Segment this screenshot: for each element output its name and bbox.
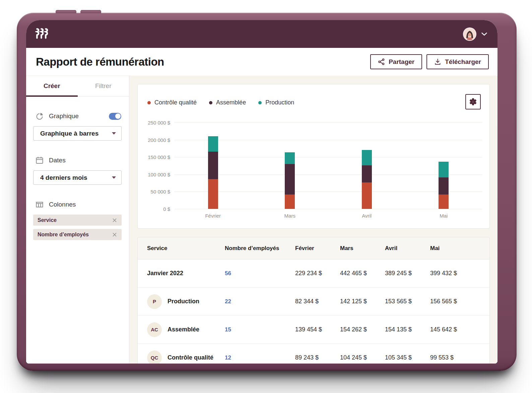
service-name: Janvier 2022 <box>147 270 183 277</box>
dates-label: Dates <box>49 157 66 164</box>
legend-dot <box>147 101 151 104</box>
service-cell: ACAssemblée <box>147 322 225 337</box>
page-header: Rapport de rémunération Partager <box>26 48 497 76</box>
amount-cell: 156 565 $ <box>430 298 489 305</box>
bar-segment <box>208 152 218 179</box>
stacked-bar[interactable] <box>285 152 295 209</box>
user-avatar[interactable] <box>463 27 476 41</box>
tab-creer[interactable]: Créer <box>26 76 78 96</box>
table-row[interactable]: PProduction2282 344 $142 125 $153 565 $1… <box>138 288 489 316</box>
gridline <box>175 209 482 209</box>
share-button[interactable]: Partager <box>370 54 422 69</box>
table-row[interactable]: QCContrôle qualité1289 243 $104 245 $105… <box>138 344 489 364</box>
bar-segment <box>208 136 218 151</box>
chart-type-value: Graphique à barres <box>40 130 98 137</box>
x-axis-tick-label: Avril <box>328 213 405 219</box>
x-axis-tick-label: Mars <box>252 213 329 219</box>
download-button-label: Télécharger <box>445 58 481 66</box>
legend-label: Production <box>265 99 294 106</box>
graphique-section-row: Graphique <box>35 112 121 121</box>
service-name: Contrôle qualité <box>168 354 213 361</box>
chart-card: Contrôle qualitéAssembléeProduction 250 … <box>137 84 490 229</box>
y-axis-tick-label: 150 000 $ <box>138 154 170 160</box>
table-header-cell: Avril <box>385 245 430 252</box>
service-name: Production <box>168 298 199 305</box>
employee-count-link[interactable]: 12 <box>225 355 295 361</box>
download-button[interactable]: Télécharger <box>426 54 489 69</box>
employee-count-link[interactable]: 22 <box>225 298 295 305</box>
volume-button <box>56 10 76 13</box>
service-cell: QCContrôle qualité <box>147 350 225 364</box>
tablet-device-frame: Rapport de rémunération Partager <box>17 13 517 371</box>
bar-column <box>252 123 329 209</box>
bar-column <box>328 123 405 209</box>
table-header-cell: Nombre d’employés <box>225 245 295 252</box>
stacked-bar[interactable] <box>439 162 449 209</box>
sidebar-tabs: Créer Filtrer <box>26 76 129 96</box>
service-name: Assemblée <box>168 326 199 333</box>
colonnes-label: Colonnes <box>49 201 76 208</box>
y-axis-tick-label: 100 000 $ <box>138 172 170 177</box>
bar-segment <box>439 194 449 209</box>
calendar-icon <box>35 156 44 165</box>
amount-cell: 154 135 $ <box>385 326 430 333</box>
caret-down-icon <box>112 132 116 135</box>
chart-legend: Contrôle qualitéAssembléeProduction <box>147 99 294 106</box>
chip-label: Service <box>38 217 57 223</box>
legend-dot <box>258 101 262 104</box>
app-topbar <box>26 20 497 48</box>
volume-button <box>80 10 101 13</box>
amount-cell: 145 642 $ <box>430 326 489 333</box>
y-axis-tick-label: 0 $ <box>138 206 170 212</box>
chart-settings-button[interactable] <box>465 94 481 109</box>
amount-cell: 142 125 $ <box>340 298 385 305</box>
main-content: Contrôle qualitéAssembléeProduction 250 … <box>129 76 497 364</box>
stacked-bar[interactable] <box>208 136 218 209</box>
graphique-toggle[interactable] <box>109 113 121 120</box>
amount-cell: 139 454 $ <box>295 326 340 333</box>
amount-cell: 229 234 $ <box>295 270 340 277</box>
download-icon <box>434 58 441 65</box>
bar-segment <box>439 177 449 194</box>
gear-icon <box>469 97 477 106</box>
legend-item: Production <box>258 99 294 106</box>
table-row[interactable]: Janvier 202256229 234 $442 465 $389 245 … <box>138 259 489 288</box>
legend-item: Contrôle qualité <box>147 99 197 106</box>
amount-cell: 82 344 $ <box>295 298 340 305</box>
table-header-cell: Février <box>295 245 340 252</box>
amount-cell: 99 553 $ <box>430 354 489 361</box>
x-axis-tick-label: Février <box>175 213 252 219</box>
amount-cell: 399 432 $ <box>430 270 489 277</box>
table-row[interactable]: ACAssemblée15139 454 $154 262 $154 135 $… <box>138 316 489 344</box>
colonnes-section-row: Colonnes <box>35 200 121 209</box>
legend-dot <box>209 101 212 104</box>
table-columns-icon <box>35 200 44 209</box>
tab-filtrer[interactable]: Filtrer <box>78 76 129 96</box>
chevron-down-icon[interactable] <box>481 32 487 36</box>
close-icon[interactable] <box>112 232 117 237</box>
chart-type-select[interactable]: Graphique à barres <box>33 126 122 141</box>
bar-segment <box>208 179 218 209</box>
bar-segment <box>285 194 295 209</box>
table-header-cell: Mars <box>340 245 385 252</box>
bar-segment <box>285 164 295 194</box>
bars-layer <box>175 123 482 209</box>
dates-select[interactable]: 4 derniers mois <box>33 170 122 185</box>
legend-label: Assemblée <box>216 99 246 106</box>
stacked-bar[interactable] <box>362 150 372 209</box>
service-cell: PProduction <box>147 294 225 309</box>
employee-count-link[interactable]: 56 <box>225 270 295 277</box>
amount-cell: 105 345 $ <box>385 354 430 361</box>
amount-cell: 154 262 $ <box>340 326 385 333</box>
dates-section-row: Dates <box>35 156 121 165</box>
dates-value: 4 derniers mois <box>40 174 87 181</box>
employee-count-link[interactable]: 15 <box>225 326 295 333</box>
sidebar: Créer Filtrer Graphique Graphique à barr… <box>26 76 129 364</box>
amount-cell: 389 245 $ <box>385 270 430 277</box>
y-axis-tick-label: 50 000 $ <box>138 189 170 194</box>
close-icon[interactable] <box>112 218 117 223</box>
report-table: ServiceNombre d’employésFévrierMarsAvril… <box>137 237 490 364</box>
y-axis-tick-label: 200 000 $ <box>138 137 170 143</box>
bar-column <box>405 123 482 209</box>
plot-area: 250 000 $200 000 $150 000 $100 000 $50 0… <box>175 123 482 209</box>
